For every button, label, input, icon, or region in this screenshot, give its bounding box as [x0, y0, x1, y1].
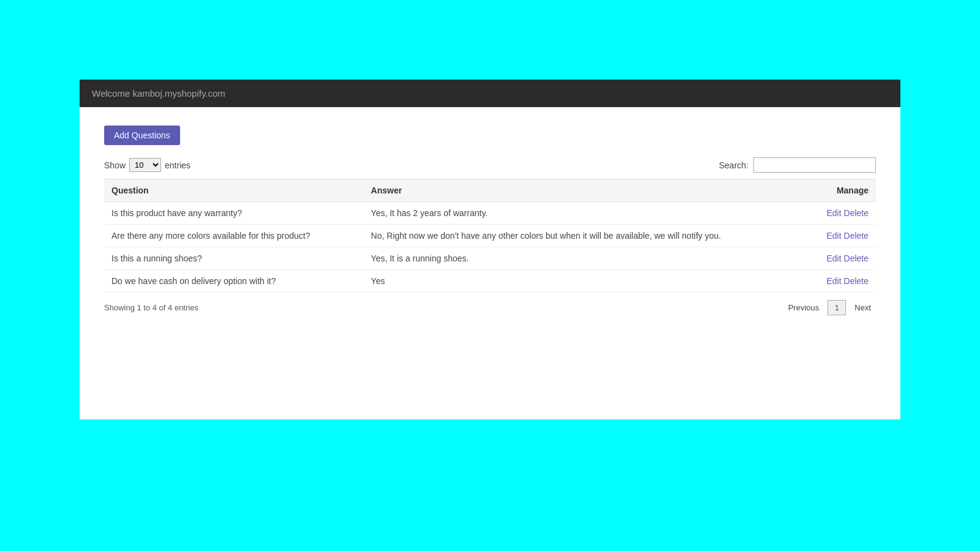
cell-manage: EditDelete: [807, 247, 876, 270]
search-input[interactable]: [753, 157, 876, 173]
controls-row: Show 10 25 50 100 entries Search:: [104, 157, 876, 173]
previous-button[interactable]: Previous: [783, 301, 824, 315]
cell-manage: EditDelete: [807, 202, 876, 225]
cell-question: Do we have cash on delivery option with …: [104, 270, 364, 293]
cell-answer: Yes, It has 2 years of warranty.: [364, 202, 807, 225]
table-row: Is this a running shoes?Yes, It is a run…: [104, 247, 876, 270]
delete-link[interactable]: Delete: [844, 231, 869, 241]
delete-link[interactable]: Delete: [844, 276, 869, 286]
add-questions-button[interactable]: Add Questions: [104, 126, 180, 145]
content-area: Add Questions Show 10 25 50 100 entries …: [80, 107, 900, 334]
delete-link[interactable]: Delete: [844, 208, 869, 218]
column-manage: Manage: [807, 179, 876, 202]
header-bar: Welcome kamboj.myshopify.com: [80, 80, 900, 107]
entries-select[interactable]: 10 25 50 100: [129, 158, 161, 172]
cell-question: Is this product have any warranty?: [104, 202, 364, 225]
cell-manage: EditDelete: [807, 225, 876, 247]
page-number: 1: [827, 300, 846, 315]
show-label: Show: [104, 160, 126, 170]
next-button[interactable]: Next: [850, 301, 876, 315]
search-area: Search:: [719, 157, 876, 173]
column-question: Question: [104, 179, 364, 202]
table-row: Are there any more colors available for …: [104, 225, 876, 247]
edit-link[interactable]: Edit: [826, 276, 841, 286]
table-row: Is this product have any warranty?Yes, I…: [104, 202, 876, 225]
table-footer: Showing 1 to 4 of 4 entries Previous 1 N…: [104, 300, 876, 315]
cell-question: Is this a running shoes?: [104, 247, 364, 270]
faq-table: Question Answer Manage Is this product h…: [104, 179, 876, 293]
cell-answer: No, Right now we don't have any other co…: [364, 225, 807, 247]
show-entries-control: Show 10 25 50 100 entries: [104, 158, 190, 172]
cell-answer: Yes: [364, 270, 807, 293]
edit-link[interactable]: Edit: [826, 208, 841, 218]
pagination: Previous 1 Next: [783, 300, 876, 315]
table-header-row: Question Answer Manage: [104, 179, 876, 202]
delete-link[interactable]: Delete: [844, 253, 869, 263]
edit-link[interactable]: Edit: [826, 253, 841, 263]
showing-text: Showing 1 to 4 of 4 entries: [104, 303, 198, 312]
cell-answer: Yes, It is a running shoes.: [364, 247, 807, 270]
search-label: Search:: [719, 160, 748, 170]
table-row: Do we have cash on delivery option with …: [104, 270, 876, 293]
cell-manage: EditDelete: [807, 270, 876, 293]
column-answer: Answer: [364, 179, 807, 202]
welcome-text: Welcome kamboj.myshopify.com: [92, 88, 225, 99]
entries-label: entries: [165, 160, 190, 170]
cell-question: Are there any more colors available for …: [104, 225, 364, 247]
edit-link[interactable]: Edit: [826, 231, 841, 241]
